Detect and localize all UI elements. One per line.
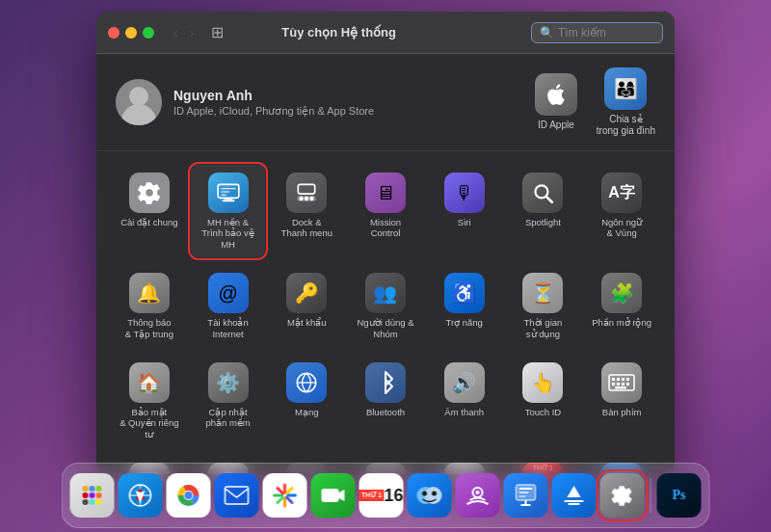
dock-item-photos[interactable] <box>263 473 307 518</box>
svg-point-34 <box>90 499 95 505</box>
access-icon: ♿ <box>444 273 485 313</box>
svg-point-52 <box>476 491 480 494</box>
dock-item-chrome[interactable] <box>167 473 211 518</box>
svg-point-35 <box>96 499 102 505</box>
apple-id-label: ID Apple <box>538 120 574 131</box>
grid-item-internet[interactable]: @ Tài khoảnInternet <box>191 265 266 347</box>
dock-item-launchpad[interactable] <box>70 473 115 518</box>
calendar-dock-icon: THỨ 1 16 <box>359 473 404 518</box>
grid-item-general[interactable]: Cài đặt chung <box>112 165 187 257</box>
grid-item-touchid[interactable]: 👆 Touch ID <box>506 355 581 447</box>
grid-item-notif[interactable]: 🔔 Thông báo& Tập trung <box>112 265 187 347</box>
notif-icon: 🔔 <box>129 273 170 313</box>
grid-item-update[interactable]: ⚙️ Cập nhậtphần mềm <box>191 355 266 447</box>
user-name: Nguyen Anh <box>173 88 535 103</box>
traffic-lights <box>108 27 154 39</box>
dock-item-calendar[interactable]: THỨ 1 16 <box>359 473 404 518</box>
apple-id-icon-item[interactable]: ID Apple <box>535 73 577 131</box>
dock-label: Dock &Thanh menu <box>281 217 332 239</box>
syspref-dock-icon <box>600 473 645 518</box>
dock-item-finder[interactable] <box>408 473 452 518</box>
close-button[interactable] <box>108 27 120 39</box>
spotlight-icon <box>522 173 563 213</box>
facetime-dock-icon <box>311 473 356 518</box>
grid-item-siri[interactable]: 🎙 Siri <box>427 165 502 257</box>
svg-rect-57 <box>519 492 529 493</box>
grid-item-password[interactable]: 🔑 Mật khẩu <box>269 265 344 347</box>
grid-item-sound[interactable]: 🔊 Âm thanh <box>427 355 502 447</box>
user-section[interactable]: Nguyen Anh ID Apple, iCloud, Phương tiện… <box>96 54 675 151</box>
search-icon: 🔍 <box>540 26 554 40</box>
grid-item-lang[interactable]: A字 Ngôn ngữ& Vùng <box>584 165 659 257</box>
extensions-icon: 🧩 <box>601 273 642 313</box>
dock-item-photoshop[interactable]: Ps <box>657 473 702 518</box>
dock-separator <box>651 478 651 513</box>
svg-point-32 <box>96 492 102 498</box>
grid-item-keyboard[interactable]: Bàn phím <box>584 355 659 447</box>
grid-item-screentime[interactable]: ⏳ Thời giansử dụng <box>506 265 581 347</box>
svg-rect-14 <box>617 378 620 381</box>
grid-item-users[interactable]: 👥 Người dùng &Nhóm <box>348 265 423 347</box>
svg-point-50 <box>432 492 437 496</box>
keyboard-label: Bàn phím <box>602 407 642 417</box>
photoshop-dock-icon: Ps <box>657 473 702 518</box>
minimize-button[interactable] <box>125 27 137 39</box>
user-info: Nguyen Anh ID Apple, iCloud, Phương tiện… <box>173 88 535 118</box>
svg-point-29 <box>96 486 102 492</box>
grid-item-security[interactable]: 🏠 Bảo mật& Quyền riêng tư <box>112 355 187 447</box>
access-label: Trợ năng <box>446 317 483 328</box>
grid-row-2: 🔔 Thông báo& Tập trung @ Tài khoảnIntern… <box>112 261 659 351</box>
grid-item-extensions[interactable]: 🧩 Phần mở rộng <box>584 265 659 347</box>
svg-point-6 <box>310 197 314 200</box>
touchid-label: Touch ID <box>525 407 562 417</box>
grid-item-desktop[interactable]: MH nền &Trình bảo vệ MH <box>191 165 266 257</box>
grid-item-spotlight[interactable]: Spotlight <box>506 165 581 257</box>
svg-point-5 <box>305 197 308 200</box>
internet-icon: @ <box>208 273 249 313</box>
svg-point-4 <box>300 197 304 200</box>
user-subtitle: ID Apple, iCloud, Phương tiện & App Stor… <box>173 105 535 118</box>
svg-rect-19 <box>622 383 625 386</box>
security-icon: 🏠 <box>129 362 170 403</box>
maximize-button[interactable] <box>143 27 154 39</box>
lang-icon: A字 <box>601 173 642 213</box>
search-input[interactable] <box>558 26 654 40</box>
svg-rect-17 <box>612 383 615 386</box>
svg-line-9 <box>547 197 552 201</box>
grid-item-bluetooth[interactable]: Bluetooth <box>348 355 423 447</box>
dock-item-facetime[interactable] <box>311 473 356 518</box>
svg-point-33 <box>83 499 89 505</box>
notif-label: Thông báo& Tập trung <box>125 317 173 339</box>
svg-rect-2 <box>222 200 234 202</box>
keynote-dock-icon <box>504 473 548 518</box>
dock: THỨ 1 16 <box>62 463 710 528</box>
keyboard-icon <box>601 362 642 403</box>
network-label: Mạng <box>295 407 318 417</box>
family-share-icon: 👨‍👩‍👧 <box>604 67 647 110</box>
desktop-icon <box>208 173 249 213</box>
sound-label: Âm thanh <box>444 407 484 417</box>
family-share-icon-item[interactable]: 👨‍👩‍👧 Chia sẻtrong gia đình <box>597 67 655 137</box>
network-icon <box>286 362 327 403</box>
grid-row-1: Cài đặt chung MH nền &Trình bảo vệ MH Do… <box>112 161 659 261</box>
dock-item-appstore[interactable] <box>552 473 597 518</box>
grid-item-access[interactable]: ♿ Trợ năng <box>427 265 502 347</box>
dock-item-podcasts[interactable] <box>456 473 500 518</box>
dock-item-safari[interactable] <box>119 473 163 518</box>
svg-point-27 <box>83 486 89 492</box>
grid-item-mission[interactable]: 🖥 MissionControl <box>348 165 423 257</box>
right-panel-icons: ID Apple 👨‍👩‍👧 Chia sẻtrong gia đình <box>535 67 655 137</box>
svg-rect-7 <box>299 184 315 194</box>
users-label: Người dùng &Nhóm <box>357 317 413 339</box>
grid-item-network[interactable]: Mạng <box>269 355 344 447</box>
grid-item-dock[interactable]: Dock &Thanh menu <box>269 165 344 257</box>
dock-item-syspref[interactable] <box>600 473 645 518</box>
appstore-dock-icon <box>552 473 597 518</box>
avatar-head <box>129 87 148 106</box>
search-bar[interactable]: 🔍 <box>531 22 663 43</box>
touchid-icon: 👆 <box>522 362 563 403</box>
svg-rect-18 <box>617 383 620 386</box>
dock-item-mail[interactable] <box>215 473 259 518</box>
screentime-label: Thời giansử dụng <box>524 317 563 339</box>
dock-item-keynote[interactable] <box>504 473 548 518</box>
